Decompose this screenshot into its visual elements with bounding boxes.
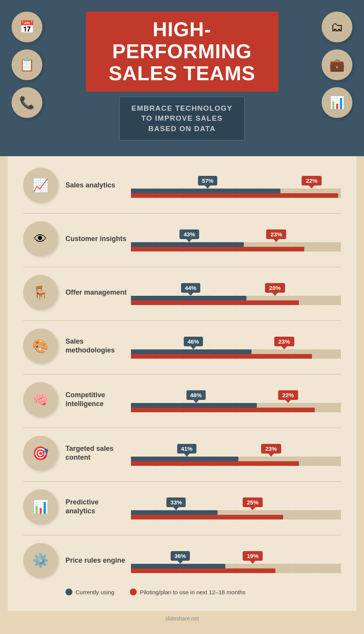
bar-bg-dark [225,564,341,568]
badge-dark: 41% [177,444,196,454]
chart-row: 🎯 Targeted sales content 41% 23% [23,436,341,470]
bar-orange-actual [238,461,299,466]
chart-clipboard-icon: 📊 [322,87,352,118]
row-bars-wrapper: 48% 22% [131,386,341,413]
row-bars-wrapper: 36% 19% [131,547,341,574]
divider [23,213,341,214]
chart-row: 🪑 Offer management 44% 20% [23,275,341,310]
row-label: Targeted sales content [65,444,127,462]
bar-bg-orange [299,300,341,305]
bar-bg-orange [304,247,341,251]
bars-container [131,188,341,199]
badge-dark: 36% [171,551,190,561]
bar-badges: 36% 19% [131,547,341,561]
badge-dark: 44% [181,283,200,293]
source-text: slideshare.net [165,615,199,622]
bar-orange-actual [247,300,299,305]
bar-dark [131,349,252,354]
bar-bg-dark [252,349,341,354]
row-bars-wrapper: 44% 20% [131,279,341,306]
bars-container [131,509,341,520]
main-content: 📈 Sales analytics 57% 22% [8,156,356,611]
row-bars-wrapper: 57% 22% [131,172,341,199]
bar-orange-actual [218,515,283,519]
header: 📅 📋 📞 HIGH-PERFORMING SALES TEAMS EMBRAC… [0,0,364,156]
legend-dot-orange [130,588,137,595]
badge-orange: 25% [243,497,263,507]
row-icon: 🎨 [23,329,58,363]
badge-orange: 22% [302,176,322,185]
bar-dark [131,189,280,193]
bar-bg-dark [280,189,341,193]
calendar-icon: 📅 [12,12,42,42]
bar-dark [131,296,247,300]
badge-orange: 19% [243,551,263,561]
badge-dark: 57% [198,176,217,185]
org-chart-icon: 🗂 [322,12,352,42]
bar-badges: 41% 23% [131,440,341,454]
phone-icon: 📞 [12,87,42,118]
row-label: Offer management [65,288,127,297]
chart-row: ⚙️ Price rules engine 36% 19% [23,543,341,578]
header-subtitle: EMBRACE TECHNOLOGY TO IMPROVE SALES BASE… [119,96,245,141]
document-icon: 📋 [12,49,42,80]
row-bars-wrapper: 46% 23% [131,332,341,359]
legend: Currently using Piloting/plan to use in … [23,588,341,595]
chart-row: 🎨 Sales methodologies 46% 23% [23,329,341,363]
row-label: Price rules engine [65,556,127,565]
legend-label-piloting: Piloting/plan to use in next 12–18 month… [140,589,245,595]
row-icon: 📈 [23,168,58,202]
header-title: HIGH-PERFORMING SALES TEAMS [101,19,263,85]
bars-container [131,295,341,306]
row-label: Predictive analytics [65,498,127,516]
bars-container [131,349,341,359]
bar-bg-orange [275,568,341,573]
bar-bg-orange [312,354,341,359]
row-label: Sales analytics [65,181,127,190]
bar-bg-orange [338,193,341,198]
bar-badges: 43% 23% [131,225,341,239]
row-label: Sales methodologies [65,337,127,355]
bars-container [131,402,341,413]
row-icon: 🎯 [23,436,58,470]
row-label: Customer insights [65,234,127,243]
row-icon: 📊 [23,489,58,524]
badge-orange: 23% [266,229,286,239]
chart-row: 📈 Sales analytics 57% 22% [23,168,341,202]
divider [23,481,341,482]
bar-orange-actual [225,568,275,573]
legend-label-currently-using: Currently using [75,589,114,595]
bar-bg-dark [238,457,341,461]
bars-container [131,241,341,252]
row-icon: 🧠 [23,382,58,417]
row-icon: ⚙️ [23,543,58,578]
header-title-wrapper: HIGH-PERFORMING SALES TEAMS EMBRACE TECH… [86,12,278,141]
bars-container [131,456,341,467]
divider [23,535,341,535]
chart-row: 👁 Customer insights 43% 23% [23,221,341,256]
divider [23,267,341,267]
bar-bg-dark [218,510,341,515]
divider [23,320,341,321]
header-icons-left: 📅 📋 📞 [12,12,42,118]
badge-dark: 48% [186,390,206,400]
chart-row: 📊 Predictive analytics 33% 25% [23,489,341,524]
badge-orange: 23% [261,444,281,454]
bar-bg-dark [244,242,341,247]
bar-badges: 44% 20% [131,279,341,293]
row-icon: 🪑 [23,275,58,310]
bar-orange-actual [252,354,312,359]
badge-dark: 43% [179,229,199,239]
bar-bg-orange [315,408,341,412]
chart-container: 📈 Sales analytics 57% 22% [23,168,341,578]
bar-orange-actual [244,247,304,251]
briefcase-icon: 💼 [322,49,352,80]
bar-dark [131,242,244,247]
badge-orange: 22% [278,390,298,400]
row-icon: 👁 [23,221,58,256]
row-bars-wrapper: 43% 23% [131,225,341,252]
bars-container [131,563,341,574]
row-label: Competitive intelligence [65,391,127,409]
bar-orange-actual [280,193,338,198]
bar-badges: 46% 23% [131,332,341,346]
